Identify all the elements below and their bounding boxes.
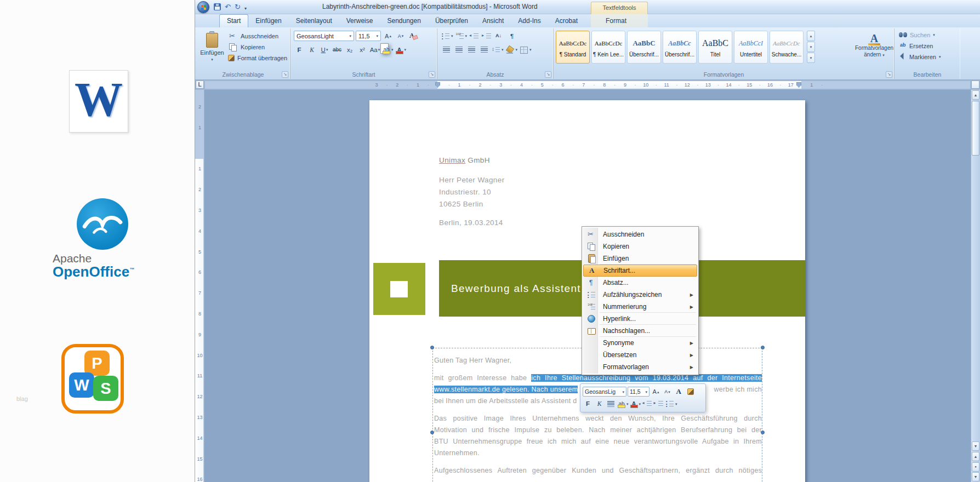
- mini-decrease-indent-button[interactable]: [642, 399, 652, 409]
- tab-selector[interactable]: L: [196, 81, 204, 89]
- copy-button[interactable]: Kopieren: [228, 42, 287, 53]
- find-button[interactable]: Suchen▾: [894, 30, 960, 39]
- ribbon-tab[interactable]: Seitenlayout: [289, 14, 339, 27]
- align-center-button[interactable]: [453, 44, 464, 55]
- context-menu-item[interactable]: Formatvorlagen ▶: [583, 361, 697, 373]
- strikethrough-button[interactable]: abc: [332, 44, 343, 55]
- mini-font-family-select[interactable]: GeosansLig▾: [583, 387, 626, 397]
- mini-font-size-select[interactable]: 11,5▾: [628, 387, 649, 397]
- change-case-button[interactable]: Aa▾: [369, 44, 380, 55]
- gallery-down-button[interactable]: ▾: [807, 42, 815, 52]
- gallery-up-button[interactable]: ▴: [807, 31, 815, 41]
- style-card[interactable]: AaBbC Überschrif...: [627, 31, 661, 64]
- select-button[interactable]: Markieren▾: [894, 52, 960, 61]
- sort-button[interactable]: [494, 31, 505, 41]
- style-card[interactable]: AaBbCcI Untertitel: [734, 31, 768, 64]
- align-left-button[interactable]: [441, 44, 452, 55]
- ribbon-tab[interactable]: Ansicht: [475, 14, 511, 27]
- superscript-button[interactable]: x²: [357, 44, 368, 55]
- increase-indent-button[interactable]: [481, 31, 492, 41]
- change-styles-button[interactable]: A Formatvorlagen ändern ▾: [857, 31, 892, 70]
- subscript-button[interactable]: x₂: [344, 44, 355, 55]
- ribbon-tab[interactable]: Verweise: [339, 14, 380, 27]
- style-card[interactable]: AaBbCcDc Schwache...: [770, 31, 804, 64]
- context-menu-item[interactable]: Einfügen ▶: [583, 253, 697, 265]
- mini-format-painter-button[interactable]: [685, 387, 696, 397]
- context-menu-item[interactable]: Kopieren ▶: [583, 240, 697, 253]
- mini-italic-button[interactable]: K: [594, 399, 605, 409]
- align-right-button[interactable]: [466, 44, 477, 55]
- mini-bullets-button[interactable]: ▾: [665, 399, 677, 409]
- underline-button[interactable]: U▾: [319, 44, 330, 55]
- mini-bold-button[interactable]: F: [583, 399, 593, 409]
- context-menu-item[interactable]: Hyperlink... ▶: [583, 313, 697, 325]
- show-paragraph-marks-button[interactable]: ¶: [506, 31, 517, 41]
- context-menu-item[interactable]: Schriftart... ▶: [583, 265, 697, 277]
- context-menu-item[interactable]: Übersetzen ▶: [583, 349, 697, 361]
- ribbon-tab[interactable]: Sendungen: [380, 14, 428, 27]
- undo-icon[interactable]: ↶: [225, 3, 231, 12]
- italic-button[interactable]: K: [306, 44, 317, 55]
- context-menu-item[interactable]: Nachschlagen... ▶: [583, 325, 697, 337]
- context-menu-item[interactable]: Nummerierung ▶: [583, 301, 697, 313]
- shading-button[interactable]: ▾: [505, 44, 518, 55]
- desktop-icon-wps[interactable]: P W S: [61, 344, 124, 414]
- paragraph-dialog-launcher[interactable]: ↘: [545, 71, 551, 78]
- shrink-font-button[interactable]: A▾: [395, 31, 406, 41]
- borders-button[interactable]: ▾: [519, 44, 532, 55]
- quick-access-dropdown-icon[interactable]: ▾: [244, 4, 247, 13]
- style-card[interactable]: AaBbCcDc ¶ Kein Lee...: [591, 31, 625, 64]
- vertical-scrollbar[interactable]: ▲ ▼ ▲ ● ▼: [971, 90, 980, 482]
- ribbon-tab[interactable]: Add-Ins: [511, 14, 548, 27]
- context-menu-item[interactable]: Absatz... ▶: [583, 277, 697, 289]
- replace-button[interactable]: Ersetzen: [894, 41, 960, 50]
- grow-font-button[interactable]: A▴: [383, 31, 394, 41]
- previous-page-button[interactable]: ▲: [972, 452, 979, 461]
- bold-button[interactable]: F: [294, 44, 305, 55]
- desktop-icon-word[interactable]: W: [61, 68, 138, 136]
- bullets-button[interactable]: ▾: [441, 31, 453, 41]
- ribbon-tab[interactable]: Einfügen: [248, 14, 288, 27]
- gallery-more-button[interactable]: ▾: [807, 53, 815, 63]
- scrollbar-thumb[interactable]: [972, 101, 979, 156]
- clipboard-dialog-launcher[interactable]: ↘: [282, 71, 288, 78]
- decrease-indent-button[interactable]: [469, 31, 480, 41]
- select-browse-object-button[interactable]: ●: [972, 462, 979, 472]
- scroll-up-button[interactable]: ▲: [972, 90, 979, 100]
- desktop-icon-openoffice[interactable]: Apache OpenOffice™: [48, 198, 156, 282]
- mini-font-color-button[interactable]: A▾: [630, 399, 641, 409]
- mini-increase-indent-button[interactable]: [653, 399, 664, 409]
- cut-button[interactable]: Ausschneiden: [228, 31, 287, 42]
- next-page-button[interactable]: ▼: [972, 472, 979, 481]
- textbox-handle[interactable]: [430, 346, 434, 349]
- ruler-toggle-button[interactable]: [971, 81, 979, 89]
- mini-shrink-font-button[interactable]: A▾: [662, 387, 673, 397]
- context-menu-item[interactable]: Aufzählungszeichen ▶: [583, 289, 697, 301]
- mini-center-button[interactable]: [606, 399, 616, 409]
- style-card[interactable]: AaBbCcDc ¶ Standard: [556, 31, 590, 64]
- mini-styles-button[interactable]: [674, 387, 684, 397]
- text-highlight-button[interactable]: ab▾: [382, 44, 394, 55]
- save-icon[interactable]: [214, 3, 221, 10]
- clear-formatting-button[interactable]: [408, 31, 419, 41]
- textbox-handle[interactable]: [430, 431, 434, 434]
- textbox-handle[interactable]: [761, 346, 765, 349]
- font-size-select[interactable]: 11,5▾: [356, 31, 381, 41]
- ribbon-tab[interactable]: Acrobat: [548, 14, 585, 27]
- ribbon-tab[interactable]: Start: [219, 14, 248, 27]
- line-spacing-button[interactable]: ▾: [491, 44, 504, 55]
- font-dialog-launcher[interactable]: ↘: [429, 71, 435, 78]
- style-card[interactable]: AaBbCc Überschrif...: [663, 31, 697, 64]
- redo-icon[interactable]: ↻: [235, 3, 241, 12]
- context-menu-item[interactable]: Ausschneiden ▶: [583, 228, 697, 240]
- styles-dialog-launcher[interactable]: ↘: [886, 71, 892, 78]
- office-button[interactable]: [197, 1, 209, 13]
- paste-button[interactable]: Einfügen ▾: [198, 31, 226, 69]
- mini-highlight-button[interactable]: ab▾: [617, 399, 629, 409]
- mini-grow-font-button[interactable]: A▴: [651, 387, 661, 397]
- font-family-select[interactable]: GeosansLight▾: [294, 31, 354, 41]
- scroll-down-button[interactable]: ▼: [972, 441, 979, 451]
- justify-button[interactable]: [478, 44, 489, 55]
- format-painter-button[interactable]: Format übertragen: [228, 53, 287, 64]
- style-card[interactable]: AaBbC Titel: [698, 31, 732, 64]
